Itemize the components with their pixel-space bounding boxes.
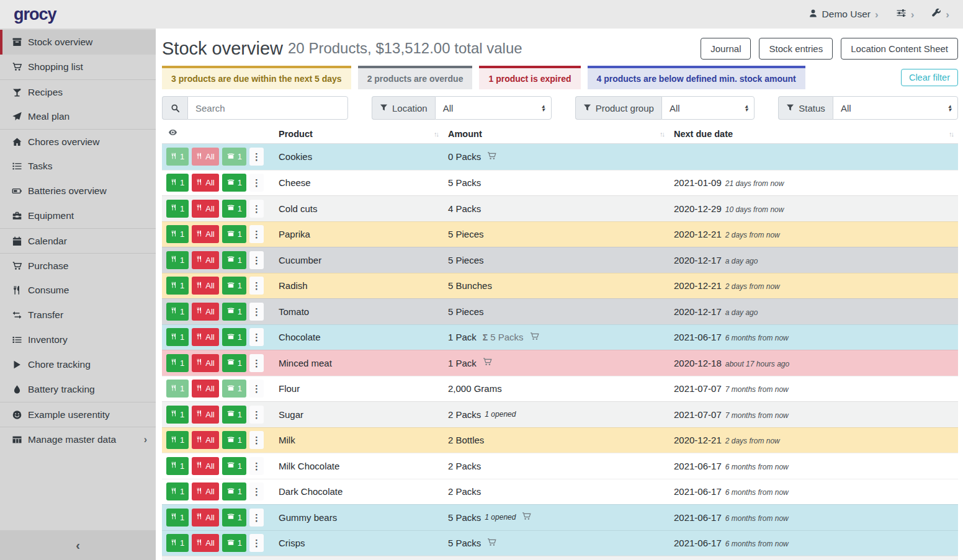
consume-all-button[interactable]: All [192,328,218,346]
open-one-button[interactable]: 1 [222,380,246,398]
row-menu-button[interactable]: ⋮ [249,277,264,295]
visibility-column-header[interactable] [162,128,274,140]
open-one-button[interactable]: 1 [222,534,246,552]
row-menu-button[interactable]: ⋮ [249,328,264,346]
column-header-product[interactable]: Product ↑↓ [274,124,443,143]
consume-all-button[interactable]: All [192,509,218,527]
column-header-amount[interactable]: Amount ↑↓ [443,124,669,143]
consume-one-button[interactable]: 1 [166,148,189,166]
consume-all-button[interactable]: All [192,303,218,321]
consume-all-button[interactable]: All [192,251,218,269]
row-menu-button[interactable]: ⋮ [249,303,264,321]
consume-all-button[interactable]: All [192,534,218,552]
filter-select[interactable]: All ▴▾ [661,96,755,120]
consume-one-button[interactable]: 1 [166,328,189,346]
settings-menu[interactable]: › [896,8,915,20]
consume-one-button[interactable]: 1 [166,251,189,269]
row-menu-button[interactable]: ⋮ [249,148,264,166]
row-menu-button[interactable]: ⋮ [249,251,264,269]
consume-one-button[interactable]: 1 [166,225,189,243]
sidebar-item-batteries-overview[interactable]: Batteries overview [0,179,156,203]
consume-one-button[interactable]: 1 [166,277,189,295]
sidebar-item-chores-overview[interactable]: Chores overview [0,129,156,154]
open-one-button[interactable]: 1 [222,200,246,218]
row-menu-button[interactable]: ⋮ [249,431,264,449]
sidebar-item-recipes[interactable]: Recipes [0,79,156,104]
search-input[interactable] [187,96,348,120]
row-menu-button[interactable]: ⋮ [249,534,264,552]
consume-all-button[interactable]: All [192,277,218,295]
open-one-button[interactable]: 1 [222,457,246,475]
open-one-button[interactable]: 1 [222,303,246,321]
sidebar-item-consume[interactable]: Consume [0,278,156,303]
sidebar-item-manage-master-data[interactable]: Manage master data › [0,427,156,451]
sidebar-item-purchase[interactable]: Purchase [0,253,156,278]
consume-all-button[interactable]: All [192,406,218,424]
consume-all-button[interactable]: All [192,482,218,500]
row-menu-button[interactable]: ⋮ [249,380,264,398]
admin-menu[interactable]: › [931,8,949,20]
sidebar-collapse-button[interactable]: ‹ [0,530,156,560]
consume-all-button[interactable]: All [192,457,218,475]
consume-all-button[interactable]: All [192,200,218,218]
sidebar-item-shopping-list[interactable]: Shopping list [0,55,156,79]
open-one-button[interactable]: 1 [222,406,246,424]
open-one-button[interactable]: 1 [222,277,246,295]
open-one-button[interactable]: 1 [222,225,246,243]
open-one-button[interactable]: 1 [222,174,246,192]
sidebar-item-chore-tracking[interactable]: Chore tracking [0,352,156,377]
consume-one-button[interactable]: 1 [166,482,189,500]
sidebar-item-battery-tracking[interactable]: Battery tracking [0,377,156,402]
consume-one-button[interactable]: 1 [166,354,189,372]
row-menu-button[interactable]: ⋮ [249,225,264,243]
open-one-button[interactable]: 1 [222,431,246,449]
grocy-logo[interactable]: grocy [14,5,56,24]
consume-one-button[interactable]: 1 [166,457,189,475]
open-one-button[interactable]: 1 [222,251,246,269]
sidebar-item-calendar[interactable]: Calendar [0,228,156,253]
open-one-button[interactable]: 1 [222,482,246,500]
consume-one-button[interactable]: 1 [166,174,189,192]
open-one-button[interactable]: 1 [222,509,246,527]
stock-entries-button[interactable]: Stock entries [759,38,833,60]
sidebar-item-equipment[interactable]: Equipment [0,203,156,228]
consume-one-button[interactable]: 1 [166,509,189,527]
filter-select[interactable]: All ▴▾ [435,96,552,120]
sidebar-item-tasks[interactable]: Tasks [0,154,156,179]
filter-alert-secondary[interactable]: 2 products are overdue [358,66,473,89]
row-menu-button[interactable]: ⋮ [249,354,264,372]
sidebar-item-inventory[interactable]: Inventory [0,327,156,352]
location-content-sheet-button[interactable]: Location Content Sheet [841,38,958,60]
consume-one-button[interactable]: 1 [166,303,189,321]
column-header-due-date[interactable]: Next due date ↑↓ [669,124,958,143]
sidebar-item-meal-plan[interactable]: Meal plan [0,104,156,129]
journal-button[interactable]: Journal [701,38,751,60]
consume-all-button[interactable]: All [192,148,218,166]
row-menu-button[interactable]: ⋮ [249,509,264,527]
consume-all-button[interactable]: All [192,354,218,372]
open-one-button[interactable]: 1 [222,354,246,372]
row-menu-button[interactable]: ⋮ [249,457,264,475]
filter-alert-info[interactable]: 4 products are below defined min. stock … [588,66,805,89]
sidebar-item-example-userentity[interactable]: Example userentity [0,402,156,427]
consume-all-button[interactable]: All [192,225,218,243]
filter-select[interactable]: All ▴▾ [833,96,958,120]
consume-one-button[interactable]: 1 [166,406,189,424]
row-menu-button[interactable]: ⋮ [249,200,264,218]
row-menu-button[interactable]: ⋮ [249,174,264,192]
filter-alert-danger[interactable]: 1 product is expired [479,66,580,89]
consume-all-button[interactable]: All [192,380,218,398]
consume-one-button[interactable]: 1 [166,200,189,218]
sidebar-item-transfer[interactable]: Transfer [0,303,156,327]
sidebar-item-stock-overview[interactable]: Stock overview [0,30,156,55]
consume-all-button[interactable]: All [192,174,218,192]
open-one-button[interactable]: 1 [222,148,246,166]
consume-one-button[interactable]: 1 [166,534,189,552]
row-menu-button[interactable]: ⋮ [249,482,264,500]
consume-all-button[interactable]: All [192,431,218,449]
row-menu-button[interactable]: ⋮ [249,406,264,424]
user-menu[interactable]: Demo User › [808,9,879,20]
open-one-button[interactable]: 1 [222,328,246,346]
filter-alert-warning[interactable]: 3 products are due within the next 5 day… [162,66,351,89]
consume-one-button[interactable]: 1 [166,380,189,398]
